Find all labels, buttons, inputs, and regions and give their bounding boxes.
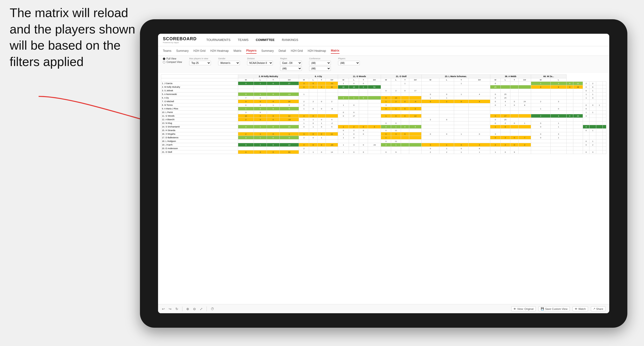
matrix-cell: 0 <box>317 85 326 89</box>
matrix-cell <box>566 93 573 96</box>
zoom-icon[interactable]: ⊕ <box>186 307 189 311</box>
refresh-icon[interactable]: ↻ <box>176 307 178 311</box>
matrix-cell <box>596 121 602 125</box>
gender-select[interactable]: Women's Men's <box>218 61 240 65</box>
matrix-cell <box>454 96 468 100</box>
matrix-cell <box>603 132 606 136</box>
nav-rankings[interactable]: RANKINGS <box>282 37 298 43</box>
matrix-cell <box>359 100 368 103</box>
conference-sub-select[interactable]: (All) <box>309 66 331 71</box>
matrix-cell: 0 <box>317 125 326 129</box>
matrix-cell <box>550 111 566 114</box>
subnav-detail[interactable]: Detail <box>278 48 286 53</box>
gender-label: Gender <box>218 57 240 60</box>
player-row-name: 5. A Nomrowski <box>161 93 238 96</box>
matrix-cell: 3 <box>238 143 254 147</box>
share-btn[interactable]: ↗ Share <box>591 306 606 311</box>
matrix-cell <box>573 147 583 150</box>
matrix-cell <box>510 125 518 129</box>
max-players-select[interactable]: Top 25 Top 50 All <box>189 61 211 65</box>
clock-icon[interactable]: ⏱ <box>211 307 214 311</box>
col-6-header: 6. A Dy <box>299 75 338 78</box>
matrix-cell: 11 <box>326 132 338 136</box>
matrix-cell <box>238 140 254 143</box>
redo-icon[interactable]: ↪ <box>169 307 172 311</box>
matrix-cell <box>359 103 368 107</box>
matrix-cell: 1 <box>454 82 468 85</box>
matrix-cell <box>603 82 606 85</box>
subnav-matrix2[interactable]: Matrix <box>331 48 339 54</box>
subnav-h2h-heatmap2[interactable]: H2H Heatmap <box>308 48 326 53</box>
matrix-cell <box>368 107 381 111</box>
matrix-cell <box>596 82 602 85</box>
matrix-cell: 7 <box>238 96 254 100</box>
matrix-cell <box>391 103 401 107</box>
full-view-option[interactable]: Full View <box>163 57 182 60</box>
matrix-cell: 40 <box>326 85 338 89</box>
view-original-btn[interactable]: 👁 View: Original <box>511 306 536 311</box>
matrix-cell: 1 <box>440 96 454 100</box>
matrix-cell <box>368 111 381 114</box>
matrix-cell <box>440 114 454 118</box>
col23-w: W <box>422 78 440 82</box>
subnav-matrix1[interactable]: Matrix <box>234 48 242 53</box>
subnav-teams[interactable]: Teams <box>163 48 171 53</box>
subnav-h2h-grid1[interactable]: H2H Grid <box>194 48 206 53</box>
matrix-cell: 2 <box>238 118 254 121</box>
matrix-cell: -2 <box>326 121 338 125</box>
matrix-cell: 0 <box>309 114 317 118</box>
watch-btn[interactable]: 👁 Watch <box>572 306 588 311</box>
toolbar-divider1 <box>182 307 182 311</box>
matrix-cell: 0 <box>266 132 280 136</box>
matrix-cell <box>518 82 531 85</box>
nav-teams[interactable]: TEAMS <box>238 37 248 43</box>
matrix-cell: 50 <box>368 85 381 89</box>
matrix-cell: 0 <box>401 107 409 111</box>
matrix-cell <box>573 111 583 114</box>
matrix-cell <box>454 85 468 89</box>
full-view-radio[interactable] <box>163 58 165 60</box>
zoom-out-icon[interactable]: ⊖ <box>193 307 196 311</box>
matrix-cell <box>440 107 454 111</box>
players-select[interactable]: (All) <box>338 61 360 65</box>
compact-view-option[interactable]: Compact View <box>163 61 182 63</box>
matrix-content[interactable]: 2. M Kelly Mulcahy 6. A Dy 11. G Woods 2… <box>158 73 609 304</box>
matrix-cell: 0 <box>359 125 368 129</box>
matrix-cell <box>349 147 359 150</box>
matrix-cell: 1 <box>583 93 590 96</box>
subnav-h2h-grid2[interactable]: H2H Grid <box>291 48 303 53</box>
matrix-cell <box>603 89 606 93</box>
nav-committee[interactable]: COMMITTEE <box>256 37 274 43</box>
matrix-cell <box>280 140 299 143</box>
fit-icon[interactable]: ⤢ <box>200 307 203 311</box>
save-custom-btn[interactable]: 💾 Save Custom View <box>538 306 570 311</box>
subnav-h2h-heatmap1[interactable]: H2H Heatmap <box>210 48 229 53</box>
logo-sub: Powered by clippd <box>163 41 197 44</box>
matrix-cell: 1 <box>349 96 359 100</box>
subnav-players[interactable]: Players <box>246 48 256 54</box>
region-select[interactable]: East - DII (All) <box>280 61 302 65</box>
compact-view-radio[interactable] <box>163 61 165 63</box>
matrix-cell <box>440 121 454 125</box>
matrix-cell: 2 <box>531 114 550 118</box>
matrix-cell <box>440 140 454 143</box>
matrix-cell: 1 <box>440 100 454 103</box>
nav-tournaments[interactable]: TOURNAMENTS <box>206 37 230 43</box>
region-sub-select[interactable]: (All) <box>280 66 302 71</box>
matrix-cell: 0 <box>309 132 317 136</box>
col2-w: W <box>238 78 254 82</box>
matrix-cell <box>299 111 309 114</box>
matrix-cell <box>422 111 440 114</box>
division-select[interactable]: NCAA Division II NCAA Division I NCAA Di… <box>247 61 273 65</box>
matrix-cell <box>518 111 531 114</box>
matrix-cell: 5 <box>409 125 422 129</box>
conference-select[interactable]: (All) <box>309 61 331 65</box>
matrix-cell: 0 <box>299 85 309 89</box>
subnav-summary1[interactable]: Summary <box>176 48 188 53</box>
col38-l: L <box>500 78 510 82</box>
subnav-summary2[interactable]: Summary <box>261 48 274 53</box>
undo-icon[interactable]: ↩ <box>162 307 165 311</box>
matrix-cell <box>590 100 596 103</box>
player-row-name: 18. L Hodgson <box>161 140 238 143</box>
matrix-cell: 0 <box>401 100 409 103</box>
